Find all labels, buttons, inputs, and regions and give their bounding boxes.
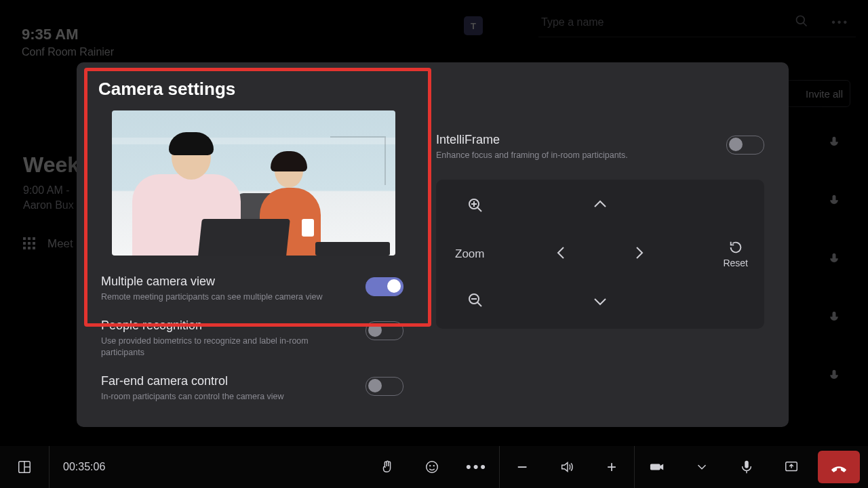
setting-intelliframe: IntelliFrame Enhance focus and framing o…	[436, 133, 764, 161]
pan-right-button[interactable]	[631, 245, 648, 264]
volume-up-button[interactable]: +	[589, 446, 634, 488]
raise-hand-button[interactable]	[365, 446, 410, 488]
reset-button[interactable]: Reset	[723, 240, 748, 268]
pan-left-button[interactable]	[553, 245, 569, 264]
setting-desc: Remote meeting participants can see mult…	[101, 291, 323, 302]
svg-point-14	[433, 466, 434, 466]
volume-button[interactable]	[545, 446, 589, 488]
toggle-intelliframe[interactable]	[726, 136, 764, 155]
layout-button[interactable]	[0, 446, 49, 488]
toggle-multiple-camera-view[interactable]	[366, 277, 403, 296]
setting-desc: Enhance focus and framing of in-room par…	[436, 150, 628, 161]
volume-down-button[interactable]: −	[500, 446, 545, 488]
setting-title: Far-end camera control	[101, 374, 284, 388]
setting-desc: In-room participants can control the cam…	[101, 391, 284, 402]
svg-point-13	[430, 466, 431, 466]
call-timer: 00:35:06	[50, 461, 119, 473]
share-content-button[interactable]	[769, 446, 814, 488]
svg-line-8	[477, 302, 481, 306]
zoom-label: Zoom	[455, 247, 484, 261]
toggle-far-end-camera-control[interactable]	[366, 377, 403, 396]
more-actions-button[interactable]: •••	[454, 446, 499, 488]
setting-desc: Use provided biometrics to recognize and…	[101, 336, 338, 358]
ptz-control-panel: Zoom Reset	[436, 180, 764, 329]
modal-title: Camera settings	[98, 79, 403, 100]
pan-up-button[interactable]	[592, 196, 608, 215]
camera-preview	[112, 110, 395, 256]
call-controls-bar: 00:35:06 ••• − +	[0, 446, 868, 488]
setting-title: IntelliFrame	[436, 133, 628, 147]
camera-options-button[interactable]	[679, 446, 724, 488]
camera-button[interactable]	[635, 446, 679, 488]
setting-people-recognition: People recognition Use provided biometri…	[98, 319, 403, 358]
zoom-out-button[interactable]	[467, 292, 484, 311]
zoom-in-button[interactable]	[467, 197, 484, 216]
camera-settings-modal: Camera settings Multiple camera view Rem…	[77, 62, 789, 427]
setting-title: People recognition	[101, 319, 338, 333]
setting-multiple-camera-view: Multiple camera view Remote meeting part…	[98, 274, 403, 302]
pan-down-button[interactable]	[592, 293, 608, 312]
setting-far-end-camera-control: Far-end camera control In-room participa…	[98, 374, 403, 402]
microphone-button[interactable]	[724, 446, 769, 488]
svg-point-12	[427, 462, 438, 473]
setting-title: Multiple camera view	[101, 274, 323, 289]
reactions-button[interactable]	[410, 446, 454, 488]
svg-line-5	[477, 207, 481, 211]
hang-up-button[interactable]	[818, 451, 860, 483]
toggle-people-recognition[interactable]	[366, 321, 403, 340]
